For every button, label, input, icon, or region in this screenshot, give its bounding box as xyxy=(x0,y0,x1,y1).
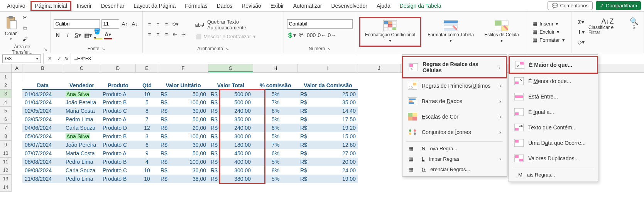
col-header-H[interactable]: H xyxy=(253,64,298,72)
table-row[interactable]: 08/08/2024 Pedro Lima Produto B 4 R$100,… xyxy=(22,158,358,166)
cell-produto[interactable]: Produto C xyxy=(100,107,136,115)
row-header-6[interactable]: 6 xyxy=(0,115,11,124)
cell-data[interactable]: 06/07/2024 xyxy=(22,141,63,149)
bold-button[interactable]: N xyxy=(54,31,62,39)
menu-formulas[interactable]: Fórmulas xyxy=(181,1,211,10)
merge-button[interactable]: ⬜ Mesclar e Centralizar ▾ xyxy=(194,33,281,40)
menu-between[interactable]: Está Entre... xyxy=(509,89,598,104)
menu-more-rules[interactable]: Mais Regras... xyxy=(509,170,598,180)
cell-comissao-pct[interactable]: 7% xyxy=(253,141,298,149)
menu-less-than[interactable]: < É Menor do que... xyxy=(509,73,598,89)
dialog-launcher-icon[interactable]: ↘ xyxy=(44,47,47,52)
cell-valor-total[interactable]: R$400,00 xyxy=(208,158,253,166)
borders-button[interactable]: ▦▾ xyxy=(84,31,92,39)
cell-data[interactable]: 05/06/2024 xyxy=(22,132,63,141)
clear-button[interactable]: ◇▾ xyxy=(577,38,585,46)
font-color-button[interactable]: A▾ xyxy=(104,31,112,39)
cell-valor-unitario[interactable]: R$100,00 xyxy=(158,132,208,141)
cell-vendedor[interactable]: Ana Silva xyxy=(63,132,100,141)
cell-comissao-pct[interactable]: 6% xyxy=(253,107,298,115)
wrap-text-button[interactable]: ab↲ Quebrar Texto Automaticamente xyxy=(194,18,281,31)
cell-comissao-pct[interactable]: 5% xyxy=(253,115,298,124)
cell-produto[interactable]: Produto A xyxy=(100,115,136,124)
align-left-button[interactable]: ≡ xyxy=(146,31,154,38)
cell-comissao-pct[interactable]: 7% xyxy=(253,98,298,107)
cell-qtd[interactable]: 12 xyxy=(136,124,158,132)
menu-icon-sets[interactable]: Conjuntos de Ícones › xyxy=(402,124,507,140)
cell-styles-button[interactable]: Estilos de Célula ▾ xyxy=(480,19,523,45)
cell-comissao-pct[interactable]: 5% xyxy=(253,132,298,141)
fill-button[interactable]: ⬇▾ xyxy=(577,28,585,36)
cell-valor-unitario[interactable]: R$30,00 xyxy=(158,107,208,115)
menu-data-bars[interactable]: Barras de Dados › xyxy=(402,93,507,109)
cell-vendedor[interactable]: João Pereira xyxy=(63,98,100,107)
cell-produto[interactable]: Produto A xyxy=(100,149,136,158)
menu-pagina-inicial[interactable]: Página Inicial xyxy=(30,1,71,11)
row-header-11[interactable]: 11 xyxy=(0,158,11,166)
menu-new-rule[interactable]: ▦Nova Regra... xyxy=(402,143,507,154)
cell-produto[interactable]: Produto C xyxy=(100,141,136,149)
decrease-font-button[interactable]: A↓ xyxy=(131,20,139,28)
menu-design-tabela[interactable]: Design da Tabela xyxy=(396,1,445,10)
cut-button[interactable]: ✂ xyxy=(21,13,29,22)
cell-produto[interactable]: Produto B xyxy=(100,132,136,141)
sort-filter-button[interactable]: A↓Z Classificar e Filtrar xyxy=(588,18,627,36)
menu-highlight-rules[interactable]: < Regras de Realce das Células › xyxy=(402,56,507,78)
menu-top-rules[interactable]: 10 Regras de Primeiros/Últimos › xyxy=(402,78,507,93)
cell-produto[interactable]: Produto B xyxy=(100,98,136,107)
row-header-12[interactable]: 12 xyxy=(0,166,11,175)
cell-valor-comissao[interactable]: R$27,00 xyxy=(298,149,358,158)
cell-qtd[interactable]: 4 xyxy=(136,158,158,166)
cell-qtd[interactable]: 8 xyxy=(136,107,158,115)
cell-data[interactable]: 01/04/2024 xyxy=(22,90,63,98)
format-painter-button[interactable]: 🖌 xyxy=(21,35,29,43)
align-bottom-button[interactable]: ≡ xyxy=(163,20,171,28)
fill-color-button[interactable]: 🪣▾ xyxy=(94,31,102,39)
menu-equal-to[interactable]: = É Igual a... xyxy=(509,104,598,120)
dialog-launcher-icon[interactable]: ↘ xyxy=(101,46,105,51)
dialog-launcher-icon[interactable]: ↘ xyxy=(225,46,229,51)
table-row[interactable]: 01/04/2024 João Pereira Produto B 5 R$10… xyxy=(22,98,358,107)
decrease-decimal-button[interactable]: .0→ xyxy=(327,31,336,39)
comentarios-button[interactable]: 💬 Comentários xyxy=(548,1,593,10)
col-header-I[interactable]: I xyxy=(298,64,358,72)
cell-comissao-pct[interactable]: 5% xyxy=(253,175,298,183)
cell-data[interactable]: 21/08/2024 xyxy=(22,175,63,183)
col-header-J[interactable]: J xyxy=(358,64,401,72)
cell-vendedor[interactable]: João Pereira xyxy=(63,141,100,149)
cell-produto[interactable]: Produto B xyxy=(100,175,136,183)
cell-vendedor[interactable]: Pedro Lima xyxy=(63,115,100,124)
menu-manage-rules[interactable]: ▦Gerenciar Regras... xyxy=(402,164,507,175)
cell-data[interactable]: 07/07/2024 xyxy=(22,149,63,158)
cell-qtd[interactable]: 9 xyxy=(136,149,158,158)
menu-desenvolvedor[interactable]: Desenvolvedor xyxy=(327,1,371,10)
align-middle-button[interactable]: ≡ xyxy=(154,20,162,28)
row-header-13[interactable]: 13 xyxy=(0,175,11,183)
cell-data[interactable]: 08/08/2024 xyxy=(22,158,63,166)
cell-vendedor[interactable]: Pedro Lima xyxy=(63,175,100,183)
row-header-1[interactable]: 1 xyxy=(0,73,11,81)
cell-valor-total[interactable]: R$240,00 xyxy=(208,124,253,132)
cell-valor-unitario[interactable]: R$100,00 xyxy=(158,158,208,166)
cell-valor-total[interactable]: R$380,00 xyxy=(208,175,253,183)
menu-arquivo[interactable]: Arquivo xyxy=(3,1,29,10)
cells-area[interactable]: Data Vendedor Produto Qtd Valor Unitário… xyxy=(12,73,401,192)
cancel-formula-button[interactable]: ✕ xyxy=(46,55,54,63)
cell-data[interactable]: 09/08/2024 xyxy=(22,166,63,175)
menu-exibir[interactable]: Exibir xyxy=(267,1,288,10)
cell-comissao-pct[interactable]: 8% xyxy=(253,124,298,132)
col-header-C[interactable]: C xyxy=(63,64,100,72)
cell-valor-total[interactable]: R$300,00 xyxy=(208,132,253,141)
table-row[interactable]: 21/08/2024 Pedro Lima Produto B 10 R$38,… xyxy=(22,175,358,183)
menu-automatizar[interactable]: Automatizar xyxy=(289,1,326,10)
menu-text-contains[interactable]: ab Texto que Contém... xyxy=(509,120,598,135)
cell-qtd[interactable]: 10 xyxy=(136,166,158,175)
row-header-9[interactable]: 9 xyxy=(0,141,11,149)
cell-data[interactable]: 02/05/2024 xyxy=(22,107,63,115)
font-name-select[interactable] xyxy=(54,19,100,29)
cell-valor-unitario[interactable]: R$50,00 xyxy=(158,115,208,124)
cell-produto[interactable]: Produto D xyxy=(100,124,136,132)
cell-valor-unitario[interactable]: R$30,00 xyxy=(158,166,208,175)
row-header-3[interactable]: 3 xyxy=(0,90,11,98)
cell-vendedor[interactable]: Ana Silva xyxy=(63,90,100,98)
